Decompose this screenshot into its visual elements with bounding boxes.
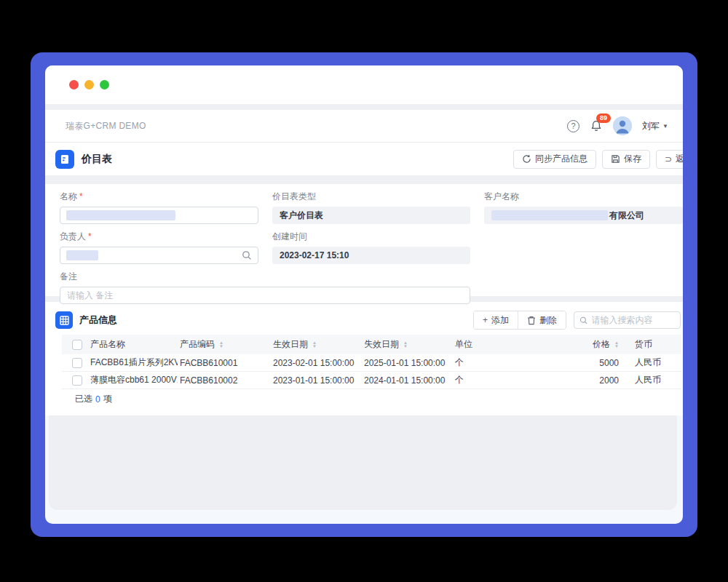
product-section-header: 产品信息 + 添加 删除 xyxy=(45,307,683,333)
table-row[interactable]: FACBB61插片系列2KV ... FACBB610001 2023-02-0… xyxy=(62,354,681,372)
field-owner: 负责人* xyxy=(60,231,258,264)
cell-price: 2000 xyxy=(546,375,626,386)
add-product-button[interactable]: + 添加 xyxy=(474,311,518,329)
field-spacer xyxy=(484,231,683,264)
cell-expire-date: 2024-01-01 15:00:00 xyxy=(362,375,453,386)
field-type: 价目表类型 客户价目表 xyxy=(272,191,470,224)
back-icon: ⊃ xyxy=(665,154,672,164)
page-title: 价目表 xyxy=(82,153,112,166)
page-actions: 同步产品信息 保存 ⊃ 返回 xyxy=(513,150,683,169)
created-readonly-field: 2023-02-17 15:10 xyxy=(272,247,470,264)
close-window-icon[interactable] xyxy=(69,80,79,89)
field-name: 名称* xyxy=(60,191,258,224)
redacted-value xyxy=(66,250,98,260)
sync-icon xyxy=(522,154,531,164)
plus-icon: + xyxy=(483,315,488,325)
search-icon xyxy=(579,316,587,325)
remark-input[interactable] xyxy=(60,287,470,304)
product-info-section: 产品信息 + 添加 删除 xyxy=(45,302,683,415)
pricelist-form: 名称* 价目表类型 客户价目表 客户名称 有限公司 xyxy=(45,184,683,296)
sort-icon[interactable]: ▲▼ xyxy=(312,341,317,348)
avatar[interactable] xyxy=(613,116,632,135)
save-icon xyxy=(611,154,620,164)
sort-icon[interactable]: ▲▼ xyxy=(219,341,223,348)
app-window: 瑞泰G+CRM DEMO ? 89 刘军 ▼ xyxy=(45,65,683,524)
sort-icon[interactable]: ▲▼ xyxy=(614,341,619,348)
cell-unit: 个 xyxy=(453,374,546,386)
type-readonly-field: 客户价目表 xyxy=(272,207,470,224)
content-placeholder-panel xyxy=(49,415,677,510)
table-action-group: + 添加 删除 xyxy=(473,311,566,330)
help-icon[interactable]: ? xyxy=(567,120,579,132)
field-remark: 备注 xyxy=(60,271,470,304)
cell-effective-date: 2023-01-01 15:00:00 xyxy=(271,375,362,386)
cell-unit: 个 xyxy=(453,356,546,369)
cell-effective-date: 2023-02-01 15:00:00 xyxy=(271,358,362,368)
owner-lookup-input[interactable] xyxy=(60,247,258,264)
maximize-window-icon[interactable] xyxy=(100,80,109,89)
titlebar xyxy=(45,65,683,104)
app-title: 瑞泰G+CRM DEMO xyxy=(66,120,146,132)
cell-product-code: FACBB610001 xyxy=(178,358,271,368)
desktop-background: 瑞泰G+CRM DEMO ? 89 刘军 ▼ xyxy=(0,0,728,582)
field-customer: 客户名称 有限公司 xyxy=(484,191,683,224)
field-created: 创建时间 2023-02-17 15:10 xyxy=(272,231,470,264)
column-price[interactable]: 价格▲▼ xyxy=(546,338,626,351)
customer-readonly-field: 有限公司 xyxy=(484,207,683,224)
page-toolbar: 价目表 同步产品信息 保存 ⊃ xyxy=(45,143,683,175)
delete-product-button[interactable]: 删除 xyxy=(518,311,566,329)
user-menu[interactable]: 刘军 ▼ xyxy=(642,120,668,132)
cell-expire-date: 2025-01-01 15:00:00 xyxy=(362,358,453,368)
save-button[interactable]: 保存 xyxy=(602,150,650,169)
select-all-checkbox[interactable] xyxy=(72,340,82,350)
minimize-window-icon[interactable] xyxy=(84,80,94,89)
table-header-row: 产品名称 产品编码▲▼ 生效日期▲▼ 失效日期▲▼ 单位 价格▲▼ 货币 xyxy=(62,335,681,354)
notification-bell-icon[interactable]: 89 xyxy=(590,119,603,132)
column-effective-date[interactable]: 生效日期▲▼ xyxy=(271,338,362,351)
notification-badge: 89 xyxy=(596,113,611,123)
required-mark: * xyxy=(79,191,83,202)
name-input[interactable] xyxy=(60,207,258,224)
product-search[interactable] xyxy=(574,311,681,329)
divider-band xyxy=(45,104,683,110)
cell-product-code: FACBB610002 xyxy=(178,375,271,386)
product-search-input[interactable] xyxy=(591,315,675,325)
table-row[interactable]: 薄膜电容cbb61 2000V1.. FACBB610002 2023-01-0… xyxy=(62,372,681,389)
divider-band xyxy=(45,175,683,184)
redacted-value xyxy=(66,210,175,220)
redacted-value xyxy=(491,210,608,220)
cell-currency: 人民币 xyxy=(626,356,681,369)
column-unit: 单位 xyxy=(453,338,546,351)
table-grid-icon xyxy=(55,311,73,329)
user-name: 刘军 xyxy=(642,120,660,132)
column-product-name: 产品名称 xyxy=(88,338,178,351)
chevron-down-icon: ▼ xyxy=(662,123,668,129)
column-currency: 货币 xyxy=(626,338,681,351)
back-button[interactable]: ⊃ 返回 xyxy=(656,150,683,169)
cell-product-name: FACBB61插片系列2KV ... xyxy=(88,356,178,369)
cell-price: 5000 xyxy=(546,358,626,368)
row-checkbox[interactable] xyxy=(72,358,82,368)
cell-currency: 人民币 xyxy=(626,374,681,386)
product-table: 产品名称 产品编码▲▼ 生效日期▲▼ 失效日期▲▼ 单位 价格▲▼ 货币 FAC… xyxy=(62,335,681,409)
column-expire-date[interactable]: 失效日期▲▼ xyxy=(362,338,453,351)
search-icon[interactable] xyxy=(242,250,252,260)
pricelist-icon xyxy=(55,150,74,169)
row-checkbox[interactable] xyxy=(72,375,82,386)
sync-products-button[interactable]: 同步产品信息 xyxy=(513,150,596,169)
sort-icon[interactable]: ▲▼ xyxy=(403,341,408,348)
cell-product-name: 薄膜电容cbb61 2000V1.. xyxy=(88,374,178,386)
column-product-code[interactable]: 产品编码▲▼ xyxy=(178,338,271,351)
section-title: 产品信息 xyxy=(79,314,117,327)
app-header: 瑞泰G+CRM DEMO ? 89 刘军 ▼ xyxy=(45,110,683,143)
trash-icon xyxy=(527,316,536,325)
selection-summary: 已选 0 项 xyxy=(62,389,681,409)
selected-count: 0 xyxy=(95,394,100,404)
window-frame: 瑞泰G+CRM DEMO ? 89 刘军 ▼ xyxy=(31,52,697,537)
required-mark: * xyxy=(88,231,92,242)
